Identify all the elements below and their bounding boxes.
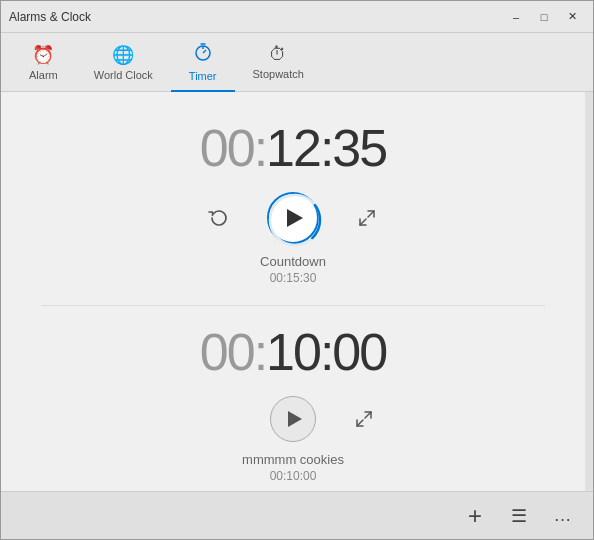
reset-button-1[interactable] xyxy=(201,200,237,236)
tab-timer-label: Timer xyxy=(189,70,217,82)
timer-2-display: 00:10:00 xyxy=(200,322,386,382)
world-clock-icon: 🌐 xyxy=(112,44,134,66)
tab-world-clock[interactable]: 🌐 World Clock xyxy=(76,34,171,92)
bottom-bar: + ☰ … xyxy=(1,491,593,539)
play-icon-2 xyxy=(288,411,302,427)
svg-line-7 xyxy=(360,219,366,225)
svg-line-3 xyxy=(203,50,206,53)
svg-line-8 xyxy=(365,412,371,418)
close-button[interactable]: ✕ xyxy=(559,7,585,27)
timer-1-label: Countdown xyxy=(260,254,326,269)
content-area: 00:12:35 xyxy=(1,92,593,491)
alarm-icon: ⏰ xyxy=(32,44,54,66)
timer-2-time: 10:00 xyxy=(266,323,386,381)
title-bar: Alarms & Clock – □ ✕ xyxy=(1,1,593,33)
timer-item-2: 00:10:00 mm xyxy=(41,306,545,491)
app-window: Alarms & Clock – □ ✕ ⏰ Alarm 🌐 World Clo… xyxy=(0,0,594,540)
timer-item-1: 00:12:35 xyxy=(41,102,545,306)
timer-1-sublabel: 00:15:30 xyxy=(270,271,317,285)
minimize-button[interactable]: – xyxy=(503,7,529,27)
svg-line-9 xyxy=(357,420,363,426)
timer-2-hours: 00 xyxy=(200,323,254,381)
timer-list: 00:12:35 xyxy=(1,92,585,491)
nav-tabs: ⏰ Alarm 🌐 World Clock Timer ⏱ Stopwatch xyxy=(1,33,593,92)
timer-2-controls xyxy=(204,396,382,442)
expand-button-1[interactable] xyxy=(349,200,385,236)
timer-1-display: 00:12:35 xyxy=(200,118,386,178)
maximize-button[interactable]: □ xyxy=(531,7,557,27)
tab-world-clock-label: World Clock xyxy=(94,69,153,81)
timer-2-sublabel: 00:10:00 xyxy=(270,469,317,483)
stopwatch-icon: ⏱ xyxy=(269,44,287,65)
timer-icon xyxy=(193,42,213,67)
timer-2-label: mmmmm cookies xyxy=(242,452,344,467)
play-button-2[interactable] xyxy=(270,396,316,442)
timer-1-controls xyxy=(201,192,385,244)
timer-1-hours: 00 xyxy=(200,119,254,177)
list-view-button[interactable]: ☰ xyxy=(501,498,537,534)
timer-1-time: 12:35 xyxy=(266,119,386,177)
progress-arc xyxy=(267,192,323,248)
tab-alarm[interactable]: ⏰ Alarm xyxy=(11,34,76,92)
window-controls: – □ ✕ xyxy=(503,7,585,27)
add-timer-button[interactable]: + xyxy=(457,498,493,534)
more-options-button[interactable]: … xyxy=(545,498,581,534)
window-title: Alarms & Clock xyxy=(9,10,91,24)
tab-timer[interactable]: Timer xyxy=(171,34,235,92)
expand-button-2[interactable] xyxy=(346,401,382,437)
play-button-1[interactable] xyxy=(267,192,319,244)
tab-stopwatch-label: Stopwatch xyxy=(253,68,304,80)
svg-line-6 xyxy=(368,211,374,217)
tab-alarm-label: Alarm xyxy=(29,69,58,81)
tab-stopwatch[interactable]: ⏱ Stopwatch xyxy=(235,34,322,92)
scrollbar[interactable] xyxy=(585,92,593,491)
